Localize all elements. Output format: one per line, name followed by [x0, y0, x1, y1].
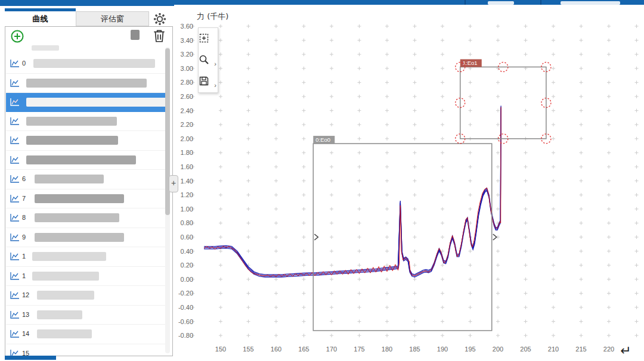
x-tick-label: 150 — [215, 346, 226, 353]
curve-name-redacted — [37, 291, 94, 300]
evaluation-region-box[interactable] — [313, 144, 491, 331]
curve-chart-icon — [10, 98, 20, 107]
x-tick-label: 185 — [409, 346, 420, 353]
enter-icon[interactable]: ↵ — [620, 343, 631, 359]
curve-chart-icon — [10, 194, 20, 203]
y-tick-label: 1.40 — [181, 178, 193, 185]
list-item[interactable] — [6, 74, 168, 94]
add-curve-button[interactable] — [10, 29, 24, 43]
list-item[interactable]: 13 — [6, 306, 168, 325]
y-tick-label: 1.20 — [181, 191, 193, 198]
region-right-arrow-icon[interactable] — [493, 234, 497, 240]
curve-name-redacted — [35, 194, 124, 203]
y-tick-label: 3.00 — [181, 65, 193, 72]
curve-index-label: 14 — [22, 330, 29, 337]
curve-name-redacted — [37, 329, 92, 338]
column-header-redacted — [32, 45, 59, 51]
x-tick-label: 200 — [493, 346, 503, 353]
list-item[interactable]: 7 — [6, 189, 168, 209]
curve-name-redacted — [26, 136, 118, 145]
y-tick-label: -0.60 — [178, 318, 193, 325]
tab-evaluation-window[interactable]: 评估窗 — [76, 11, 149, 26]
list-item[interactable] — [6, 93, 168, 112]
curve-chart-icon — [10, 117, 20, 126]
list-item[interactable] — [6, 112, 168, 132]
curve-chart-icon — [10, 136, 20, 145]
region-left-arrow-icon[interactable] — [314, 234, 318, 240]
curve-index-label: 1 — [22, 253, 26, 260]
save-icon[interactable]: › — [199, 71, 218, 92]
curve-chart-icon — [10, 291, 20, 300]
curve-chart-icon — [10, 329, 20, 338]
x-tick-label: 210 — [548, 346, 559, 353]
panel-splitter-handle[interactable]: + — [169, 175, 178, 192]
app-window: { "colors": { "titlebar": "#1565ae", "se… — [0, 0, 644, 361]
y-tick-label: 1.60 — [181, 163, 193, 170]
curve-index-label: 9 — [22, 234, 26, 241]
list-item[interactable]: 6 — [6, 170, 168, 189]
y-tick-label: 3.40 — [181, 37, 193, 44]
chevron-right-icon: › — [214, 61, 216, 67]
y-axis-label: 力 (千牛) — [197, 12, 228, 21]
y-tick-label: -0.80 — [178, 332, 193, 339]
y-tick-label: 1.00 — [181, 206, 193, 213]
footer-accent-bar — [5, 356, 56, 360]
x-tick-label: 170 — [326, 346, 337, 353]
list-item[interactable]: 12 — [6, 286, 168, 306]
x-tick-label: 175 — [354, 346, 364, 353]
y-tick-label: 3.20 — [181, 51, 193, 58]
y-tick-label: 3.60 — [181, 23, 193, 30]
curve-chart-icon — [10, 213, 20, 222]
x-tick-label: 220 — [603, 346, 614, 353]
curve-name-redacted — [32, 272, 99, 281]
curve-name-redacted — [35, 233, 124, 242]
curve-index-label: 8 — [22, 214, 26, 221]
y-tick-label: 2.60 — [181, 93, 193, 100]
curve-index-label: 0 — [22, 60, 26, 67]
y-tick-label: 0.20 — [181, 262, 193, 269]
curve-blue — [204, 106, 501, 275]
curve-name-redacted — [26, 79, 147, 88]
curve-index-label: 6 — [22, 175, 26, 182]
zoom-icon[interactable]: › — [199, 49, 218, 71]
fit-selection-icon[interactable] — [199, 28, 218, 49]
curve-index-label: 13 — [22, 311, 29, 318]
x-tick-label: 180 — [382, 346, 392, 353]
curve-chart-icon — [10, 233, 20, 242]
curve-chart-icon — [10, 272, 20, 281]
x-tick-label: 160 — [271, 346, 281, 353]
list-item[interactable]: 0 — [6, 54, 168, 74]
list-item[interactable]: 1 — [6, 267, 168, 287]
gear-icon[interactable] — [153, 12, 167, 26]
chart-toolbar: › › — [198, 27, 218, 93]
y-tick-label: -0.20 — [178, 290, 193, 297]
region-label: 0:Eo0 — [315, 136, 330, 143]
y-tick-label: 1.80 — [181, 149, 193, 156]
curve-list-panel: 0 6 7 8 9 1 1 12 13 14 15 — [5, 26, 173, 356]
chart-area: 力 (千牛)1501551601651701751801851901952002… — [174, 5, 644, 361]
scrollbar-track[interactable] — [165, 47, 170, 353]
list-item[interactable]: 14 — [6, 325, 168, 344]
list-item[interactable]: 1 — [6, 247, 168, 267]
curve-chart-icon — [10, 155, 20, 164]
blurred-toolbar-icon[interactable] — [131, 30, 140, 40]
curve-index-label: 1 — [22, 272, 26, 279]
curve-name-redacted — [35, 213, 119, 222]
delete-icon[interactable] — [152, 28, 166, 43]
curve-name-redacted — [33, 59, 155, 68]
curve-name-redacted — [26, 117, 117, 126]
curve-name-redacted — [37, 310, 82, 319]
curve-list: 0 6 7 8 9 1 1 12 13 14 15 — [6, 54, 168, 361]
curve-index-label: 12 — [22, 291, 29, 298]
list-item[interactable]: 8 — [6, 208, 168, 228]
y-tick-label: 2.00 — [181, 135, 193, 142]
evaluation-region-box[interactable] — [460, 67, 546, 138]
list-item[interactable] — [6, 151, 168, 170]
x-tick-label: 215 — [575, 346, 586, 353]
curve-chart-icon — [10, 175, 20, 183]
curve-chart-icon — [10, 252, 20, 261]
list-item[interactable] — [6, 131, 168, 151]
list-item[interactable]: 9 — [6, 228, 168, 248]
curve-chart-icon — [10, 310, 20, 319]
tab-curve[interactable]: 曲线 — [5, 8, 76, 26]
